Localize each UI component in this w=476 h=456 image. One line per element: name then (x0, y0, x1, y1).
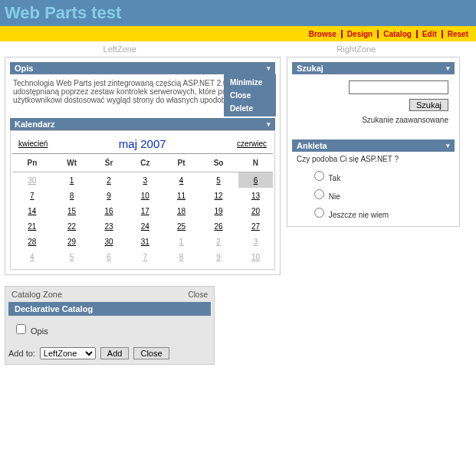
calendar-day[interactable]: 28 (28, 238, 36, 246)
calendar-day[interactable]: 23 (104, 222, 113, 231)
calendar-day[interactable]: 21 (28, 222, 36, 231)
poll-option-0[interactable]: Tak (292, 166, 455, 185)
calendar-day[interactable]: 3 (143, 176, 148, 185)
calendar-part: Kalendarz ▾ kwiecień maj 2007 czerwiec P… (10, 118, 275, 270)
add-to-select[interactable]: LeftZoneRightZone (40, 347, 96, 359)
calendar-day[interactable]: 8 (179, 253, 184, 261)
calendar-day-header: So (199, 154, 238, 172)
calendar-day[interactable]: 6 (254, 176, 258, 185)
opis-header: Opis ▾ Minimize Close Delete (10, 62, 275, 74)
top-banner: Web Parts test (0, 0, 476, 26)
search-menu-arrow[interactable]: ▾ (446, 64, 450, 72)
calendar-title: Kalendarz (15, 120, 55, 129)
calendar-day[interactable]: 24 (141, 222, 149, 231)
calendar-day[interactable]: 10 (251, 253, 260, 261)
calendar-day[interactable]: 17 (141, 207, 149, 215)
calendar-day[interactable]: 7 (143, 253, 148, 261)
search-advanced-link[interactable]: Szukanie zaawansowane (298, 116, 448, 124)
catalog-add-button[interactable]: Add (100, 347, 130, 359)
calendar-day[interactable]: 1 (179, 238, 184, 246)
poll-part: Ankieta ▾ Czy podoba Ci się ASP.NET ? Ta… (292, 139, 455, 221)
opis-part: Opis ▾ Minimize Close Delete Technologia… (10, 62, 275, 109)
poll-question: Czy podoba Ci się ASP.NET ? (292, 152, 455, 166)
calendar-day[interactable]: 3 (254, 238, 258, 246)
calendar-day[interactable]: 5 (70, 253, 74, 261)
search-part: Szukaj ▾ Szukaj Szukanie zaawansowane (292, 62, 455, 130)
calendar-day[interactable]: 13 (251, 192, 260, 200)
calendar-day[interactable]: 15 (67, 207, 76, 215)
calendar-day[interactable]: 7 (30, 192, 34, 200)
calendar-grid: PnWtŚrCzPtSoN 30123456789101112131415161… (12, 154, 273, 264)
calendar-day[interactable]: 12 (214, 192, 222, 200)
poll-title: Ankieta (297, 141, 327, 150)
verb-delete[interactable]: Delete (224, 102, 276, 115)
calendar-month: maj 2007 (119, 137, 166, 150)
calendar-day[interactable]: 4 (30, 253, 34, 261)
mode-edit[interactable]: Edit (418, 30, 443, 38)
calendar-day[interactable]: 31 (141, 238, 149, 246)
calendar-day[interactable]: 29 (67, 238, 76, 246)
calendar-day[interactable]: 14 (28, 207, 36, 215)
poll-header: Ankieta ▾ (292, 139, 455, 152)
calendar-day[interactable]: 25 (177, 222, 185, 231)
calendar-day[interactable]: 16 (104, 207, 113, 215)
mode-design[interactable]: Design (343, 30, 379, 38)
poll-option-2[interactable]: Jeszcze nie wiem (292, 203, 455, 221)
mode-reset[interactable]: Reset (443, 30, 473, 38)
page-title: Web Parts test (5, 3, 471, 23)
calendar-day[interactable]: 26 (214, 222, 222, 231)
verb-minimize[interactable]: Minimize (224, 76, 276, 89)
poll-radio-2[interactable] (314, 208, 324, 218)
calendar-day[interactable]: 30 (28, 176, 36, 185)
search-input[interactable] (349, 80, 448, 94)
calendar-day[interactable]: 4 (179, 176, 184, 185)
mode-bar: Browse Design Catalog Edit Reset (0, 26, 476, 41)
calendar-header: Kalendarz ▾ (10, 118, 275, 130)
catalog-close-button[interactable]: Close (133, 347, 169, 359)
opis-title: Opis (15, 64, 33, 73)
calendar-day[interactable]: 5 (216, 176, 221, 185)
calendar-day[interactable]: 6 (107, 253, 111, 261)
calendar-day-header: Cz (126, 154, 165, 172)
calendar-prev[interactable]: kwiecień (18, 139, 48, 148)
calendar-day[interactable]: 11 (177, 192, 185, 200)
calendar-day[interactable]: 9 (107, 192, 111, 200)
verbs-menu: Minimize Close Delete (224, 74, 276, 116)
calendar-day[interactable]: 2 (216, 238, 221, 246)
mode-catalog[interactable]: Catalog (379, 30, 418, 38)
add-to-label: Add to: (8, 349, 35, 358)
calendar-day[interactable]: 27 (251, 222, 260, 231)
calendar-day[interactable]: 10 (141, 192, 149, 200)
calendar-day[interactable]: 1 (70, 176, 74, 185)
catalog-header: Declarative Catalog (8, 302, 211, 316)
calendar-day[interactable]: 22 (67, 222, 76, 231)
poll-menu-arrow[interactable]: ▾ (446, 142, 450, 149)
catalog-zone-close[interactable]: Close (188, 290, 208, 299)
calendar-day[interactable]: 19 (214, 207, 222, 215)
search-header: Szukaj ▾ (292, 62, 455, 74)
calendar-day[interactable]: 2 (107, 176, 111, 185)
calendar-day[interactable]: 30 (104, 238, 113, 246)
left-zone: Opis ▾ Minimize Close Delete Technologia… (5, 57, 281, 275)
calendar-day-header: Pn (12, 154, 52, 172)
search-button[interactable]: Szukaj (409, 99, 448, 111)
calendar-menu-arrow[interactable]: ▾ (267, 120, 271, 128)
poll-radio-1[interactable] (314, 189, 324, 199)
opis-menu-arrow[interactable]: ▾ (267, 64, 271, 72)
verb-close[interactable]: Close (224, 89, 276, 102)
catalog-item-checkbox[interactable] (16, 324, 26, 334)
calendar-day[interactable]: 8 (70, 192, 74, 200)
catalog-item[interactable]: Opis (13, 326, 48, 336)
search-title: Szukaj (297, 64, 323, 73)
mode-browse[interactable]: Browse (304, 30, 343, 38)
calendar-day[interactable]: 18 (177, 207, 185, 215)
calendar-day-header: Śr (92, 154, 126, 172)
calendar-day[interactable]: 20 (251, 207, 260, 215)
poll-radio-0[interactable] (314, 171, 324, 181)
calendar-day-header: Wt (52, 154, 92, 172)
calendar-next[interactable]: czerwiec (237, 139, 267, 148)
catalog-zone: Catalog Zone Close Declarative Catalog O… (5, 286, 215, 365)
poll-option-1[interactable]: Nie (292, 185, 455, 203)
left-zone-label: LeftZone (5, 43, 235, 57)
calendar-day[interactable]: 9 (216, 253, 221, 261)
